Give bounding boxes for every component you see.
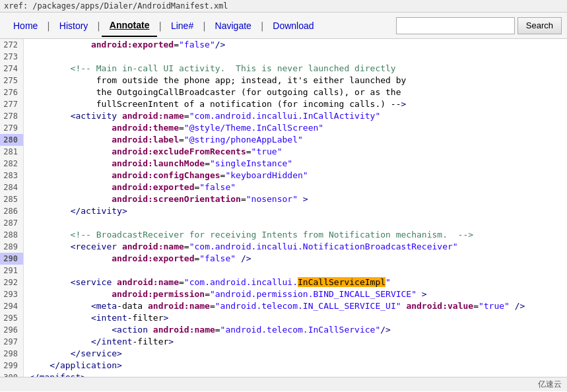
line-content [24, 265, 29, 277]
table-row: 280 android:label="@string/phoneAppLabel… [0, 134, 567, 146]
table-row: 281 android:excludeFromRecents="true" [0, 146, 567, 158]
nav-sep-5: | [259, 20, 265, 31]
line-number: 293 [0, 288, 24, 300]
nav-sep-1: | [46, 20, 51, 31]
table-row: 300</manifest> [0, 372, 567, 377]
table-row: 288 <!-- BroadcastReceiver for receiving… [0, 229, 567, 241]
line-number: 297 [0, 336, 24, 348]
table-row: 292 <service android:name="com.android.i… [0, 277, 567, 288]
line-number: 276 [0, 86, 24, 98]
line-content: android:exported="false"/> [24, 39, 225, 51]
line-number: 298 [0, 348, 24, 360]
line-content: android:launchMode="singleInstance" [24, 158, 292, 170]
table-row: 287 [0, 217, 567, 229]
line-number: 283 [0, 170, 24, 181]
line-number: 282 [0, 158, 24, 170]
nav-home[interactable]: Home [5, 15, 46, 36]
table-row: 293 android:permission="android.permissi… [0, 288, 567, 300]
search-box: Search [396, 17, 562, 34]
line-number: 287 [0, 217, 24, 229]
footer: 亿速云 [0, 377, 567, 391]
table-row: 289 <receiver android:name="com.android.… [0, 241, 567, 253]
search-input[interactable] [396, 17, 515, 34]
line-number: 289 [0, 241, 24, 253]
table-row: 276 the OutgoingCallBroadcaster (for out… [0, 86, 567, 98]
line-content: <!-- BroadcastReceiver for receiving Int… [24, 229, 473, 241]
line-content: <meta-data android:name="android.telecom… [24, 300, 525, 312]
line-number: 290 [0, 253, 24, 265]
line-number: 285 [0, 193, 24, 205]
line-number: 281 [0, 146, 24, 158]
line-content: android:exported="false" /> [24, 253, 251, 265]
table-row: 299 </application> [0, 360, 567, 372]
line-number: 291 [0, 265, 24, 277]
line-content: </intent-filter> [24, 336, 174, 348]
table-row: 277 fullScreenIntent of a notification (… [0, 98, 567, 110]
nav-download[interactable]: Download [265, 15, 321, 36]
line-number: 299 [0, 360, 24, 372]
line-number: 295 [0, 312, 24, 324]
line-content: <intent-filter> [24, 312, 168, 324]
table-row: 286 </activity> [0, 205, 567, 217]
nav-line[interactable]: Line# [163, 15, 201, 36]
line-content: </manifest> [24, 372, 86, 377]
line-number: 294 [0, 300, 24, 312]
line-number: 280 [0, 134, 24, 146]
line-content: <activity android:name="com.android.inca… [24, 110, 380, 122]
line-number: 277 [0, 98, 24, 110]
line-number: 288 [0, 229, 24, 241]
line-number: 300 [0, 372, 24, 377]
table-row: 295 <intent-filter> [0, 312, 567, 324]
table-row: 279 android:theme="@style/Theme.InCallSc… [0, 122, 567, 134]
line-content: <receiver android:name="com.android.inca… [24, 241, 458, 253]
code-area: 272 android:exported="false"/>273274 <!-… [0, 39, 567, 377]
table-row: 294 <meta-data android:name="android.tel… [0, 300, 567, 312]
title-text: xref: /packages/apps/Dialer/AndroidManif… [4, 1, 228, 11]
line-content: android:label="@string/phoneAppLabel" [24, 134, 303, 146]
line-content: </service> [24, 348, 122, 360]
nav-navigate[interactable]: Navigate [207, 15, 259, 36]
line-content: android:permission="android.permission.B… [24, 288, 427, 300]
line-content: the OutgoingCallBroadcaster (for outgoin… [24, 86, 401, 98]
table-row: 285 android:screenOrientation="nosensor"… [0, 193, 567, 205]
nav-annotate[interactable]: Annotate [102, 15, 158, 37]
line-number: 274 [0, 63, 24, 75]
line-number: 286 [0, 205, 24, 217]
line-content: <service android:name="com.android.incal… [24, 277, 391, 288]
line-content: android:theme="@style/Theme.InCallScreen… [24, 122, 323, 134]
footer-logo: 亿速云 [538, 379, 562, 390]
table-row: 274 <!-- Main in-call UI activity. This … [0, 63, 567, 75]
nav-bar: Home | History | Annotate | Line# | Navi… [0, 13, 567, 39]
nav-sep-4: | [201, 20, 207, 31]
line-content: <action android:name="android.telecom.In… [24, 324, 391, 336]
table-row: 283 android:configChanges="keyboardHidde… [0, 170, 567, 181]
line-content: </application> [24, 360, 122, 372]
line-content [24, 51, 29, 63]
line-number: 292 [0, 277, 24, 288]
nav-history[interactable]: History [51, 15, 96, 36]
table-row: 291 [0, 265, 567, 277]
line-content: fullScreenIntent of a notification (for … [24, 98, 406, 110]
table-row: 282 android:launchMode="singleInstance" [0, 158, 567, 170]
line-content [24, 217, 29, 229]
table-row: 272 android:exported="false"/> [0, 39, 567, 51]
line-number: 272 [0, 39, 24, 51]
line-number: 278 [0, 110, 24, 122]
table-row: 284 android:exported="false" [0, 181, 567, 193]
line-content: android:excludeFromRecents="true" [24, 146, 283, 158]
table-row: 278 <activity android:name="com.android.… [0, 110, 567, 122]
table-row: 290 android:exported="false" /> [0, 253, 567, 265]
line-content: android:screenOrientation="nosensor" > [24, 193, 308, 205]
table-row: 273 [0, 51, 567, 63]
line-content: from outside the phone app; instead, it'… [24, 75, 406, 86]
line-number: 279 [0, 122, 24, 134]
line-content: <!-- Main in-call UI activity. This is n… [24, 63, 396, 75]
table-row: 275 from outside the phone app; instead,… [0, 75, 567, 86]
title-bar: xref: /packages/apps/Dialer/AndroidManif… [0, 0, 567, 13]
table-row: 297 </intent-filter> [0, 336, 567, 348]
search-button[interactable]: Search [517, 17, 562, 34]
line-number: 296 [0, 324, 24, 336]
table-row: 296 <action android:name="android.teleco… [0, 324, 567, 336]
line-content: android:configChanges="keyboardHidden" [24, 170, 308, 181]
nav-sep-3: | [157, 20, 162, 31]
